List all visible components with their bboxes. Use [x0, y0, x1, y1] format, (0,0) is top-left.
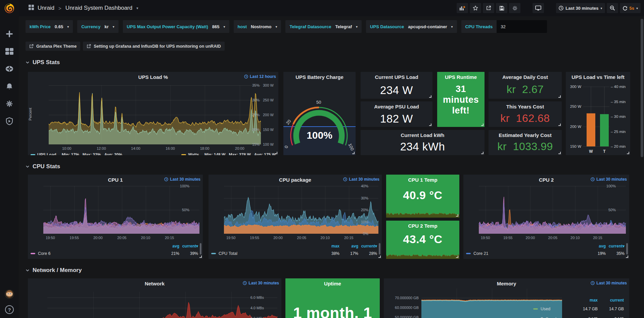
legend-series-name[interactable]: Core 23 — [466, 259, 587, 259]
sidebar-item-configuration[interactable] — [4, 99, 15, 109]
section-network-memory[interactable]: Network / Memory — [26, 267, 82, 274]
legend-series-name[interactable]: Core 7 — [31, 259, 160, 259]
legend-series-name[interactable]: Core 6 — [31, 251, 160, 256]
panel-title[interactable]: This Years Cost — [489, 104, 562, 109]
legend-series-name[interactable]: CPU Total — [211, 251, 321, 256]
dashboard-title[interactable]: Unraid System Dashboard — [65, 5, 132, 11]
panel-time-badge[interactable]: Last 12 hours — [244, 74, 276, 79]
variable-currency[interactable]: Currencykr▾ — [77, 20, 118, 33]
settings-button[interactable] — [509, 3, 520, 13]
legend-column-current[interactable]: current▾ — [358, 244, 377, 248]
panel-title[interactable]: Current Load kWh — [361, 132, 485, 138]
section-ups-stats[interactable]: UPS Stats — [26, 59, 60, 66]
resize-handle[interactable] — [352, 152, 355, 154]
panel-title[interactable]: Average Daily Cost — [489, 74, 562, 80]
panel-title[interactable]: Uptime — [285, 281, 380, 286]
refresh-button[interactable]: 5s▾ — [620, 3, 641, 13]
sidebar-item-alerting[interactable] — [4, 81, 15, 91]
legend-column-avg[interactable]: avg — [587, 244, 606, 248]
sidebar-item-dashboards[interactable] — [4, 46, 15, 56]
resize-handle[interactable] — [626, 256, 628, 258]
panel-cpu1: CPU 1 Last 30 minutes 100%50%19:5019:552… — [28, 175, 203, 259]
resize-handle[interactable] — [456, 214, 458, 217]
legend: avgcurrent▾Core 2119%35%Core 2322%35% — [466, 242, 625, 259]
resize-handle[interactable] — [378, 256, 381, 258]
dashboard-link[interactable]: Setting up Grafana and InfluxDB for UPS … — [83, 42, 224, 51]
variable-host[interactable]: hostNostromo▾ — [234, 20, 281, 33]
panel-title[interactable]: Current UPS Load — [361, 74, 432, 80]
legend-series-name[interactable]: Core 21 — [466, 251, 587, 256]
page-scrollbar[interactable] — [641, 19, 643, 157]
dashboard-link[interactable]: Grafana Plex Theme — [26, 42, 80, 51]
resize-handle[interactable] — [558, 152, 561, 154]
legend-column-avg[interactable]: avg — [160, 244, 179, 248]
zoom-out-button[interactable] — [607, 3, 618, 13]
axis-tick-label: 25% — [252, 113, 260, 117]
sidebar-item-server-admin[interactable] — [4, 116, 15, 126]
legend-column-max[interactable]: max — [571, 298, 598, 303]
resize-handle[interactable] — [456, 256, 458, 258]
panel-title[interactable]: UPS Battery Charge — [283, 74, 356, 80]
resize-handle[interactable] — [481, 152, 484, 154]
sidebar-item-create[interactable] — [4, 29, 15, 39]
legend-column-max[interactable]: max — [321, 244, 339, 248]
add-panel-button[interactable] — [457, 3, 468, 13]
time-range-picker[interactable]: Last 30 minutes▾ — [556, 3, 605, 13]
sidebar-item-explore[interactable] — [4, 64, 15, 74]
variable-value-input[interactable]: 32 — [497, 20, 547, 33]
share-button[interactable] — [483, 3, 494, 13]
legend-item[interactable]: UPS LoadMin: 17%Max: 32%Avg: 20% — [31, 152, 122, 155]
panel-title[interactable]: Average PSU Load — [361, 104, 432, 109]
legend-scrollbar[interactable] — [379, 243, 380, 255]
legend-column-current[interactable]: current — [598, 298, 624, 303]
panel-title[interactable]: Estimated Yearly Cost — [489, 132, 562, 138]
resize-handle[interactable] — [558, 95, 561, 98]
legend-scrollbar[interactable] — [200, 243, 201, 255]
resize-handle[interactable] — [429, 124, 431, 126]
user-avatar[interactable] — [4, 289, 15, 299]
legend-item[interactable]: WattsMin: 148 WMax: 278 WAvg: 175 W — [181, 152, 276, 155]
save-button[interactable] — [496, 3, 507, 13]
legend-scrollbar[interactable] — [626, 243, 628, 255]
panel-title[interactable]: CPU 1 Temp — [386, 177, 459, 183]
panel-title[interactable]: UPS Runtime — [437, 74, 485, 80]
help-icon[interactable]: ? — [5, 305, 14, 314]
panel-time-badge[interactable]: Last 30 minutes — [164, 177, 200, 182]
legend-column-current[interactable]: current▾ — [179, 244, 198, 248]
apps-grid-icon[interactable] — [28, 4, 34, 12]
legend-value-avg: 22% — [587, 259, 606, 259]
panel-time-badge[interactable]: Last 30 minutes — [243, 281, 279, 285]
legend: avgcurrent▾Core 621%39%Core 722%33% — [31, 242, 198, 259]
cycle-view-button[interactable] — [533, 3, 544, 13]
breadcrumb: Unraid > Unraid System Dashboard ▾ — [28, 0, 138, 16]
panel-time-badge[interactable]: Last 30 minutes — [343, 177, 379, 182]
breadcrumb-folder[interactable]: Unraid — [38, 5, 54, 11]
legend-value-current: 14.7 GB — [598, 307, 624, 311]
panel-time-badge[interactable]: Last 30 minutes — [591, 281, 627, 285]
panel-title[interactable]: UPS Load % — [28, 74, 278, 80]
resize-handle[interactable] — [481, 124, 484, 126]
variable-kwh-price[interactable]: kWh Price0.65▾ — [26, 20, 73, 33]
variable-cpu-threads[interactable]: CPU Threads32 — [461, 20, 547, 33]
resize-handle[interactable] — [275, 152, 277, 154]
legend-column-current[interactable]: current▾ — [606, 244, 625, 248]
grafana-logo[interactable] — [3, 2, 16, 15]
section-cpu-stats[interactable]: CPU Stats — [26, 163, 60, 170]
variable-ups-datasource[interactable]: UPS Datasourceapcupsd-container▾ — [366, 20, 457, 33]
variable-ups-max-output-power-capacity-watt-[interactable]: UPS Max Output Power Capacity (Watt)865▾ — [123, 20, 229, 33]
variable-telegraf-datasource[interactable]: Telegraf DatasourceTelegraf▾ — [285, 20, 362, 33]
resize-handle[interactable] — [429, 95, 431, 98]
legend-column-avg[interactable]: avg — [339, 244, 358, 248]
title-caret-icon[interactable]: ▾ — [136, 6, 138, 10]
favorite-button[interactable] — [470, 3, 481, 13]
panel-time-badge[interactable]: Last 30 minutes — [591, 177, 627, 182]
panel-title[interactable]: UPS Load vs Time left — [566, 74, 630, 80]
panel-cpu1-temp: CPU 1 Temp 40.9 °C — [386, 175, 459, 218]
resize-handle[interactable] — [199, 256, 202, 258]
resize-handle[interactable] — [627, 152, 629, 154]
legend-series-name[interactable]: User — [211, 259, 321, 259]
panel-title[interactable]: CPU 2 Temp — [386, 223, 459, 229]
resize-handle[interactable] — [558, 124, 561, 126]
legend-series-name[interactable]: Buffered — [533, 317, 571, 318]
legend-series-name[interactable]: Used — [533, 307, 571, 311]
